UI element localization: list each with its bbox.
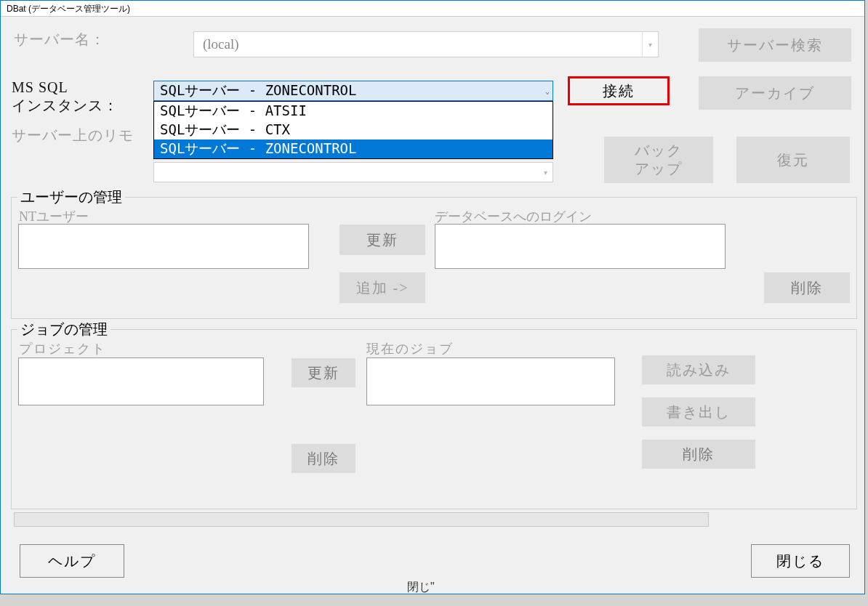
- job-delete-button[interactable]: 削除: [292, 444, 355, 473]
- instance-combo[interactable]: SQLサーバー - ZONECONTROL ⌄: [153, 81, 553, 101]
- app-window: DBat (データベース管理ツール) サーバー名： (local) ▾ サーバー…: [0, 0, 865, 594]
- user-update-button[interactable]: 更新: [339, 225, 425, 255]
- window-title: DBat (データベース管理ツール): [1, 1, 864, 17]
- connect-button[interactable]: 接続: [568, 76, 670, 105]
- remote-label: サーバー上のリモ: [12, 126, 134, 145]
- instance-dropdown-list[interactable]: SQLサーバー - ATSII SQLサーバー - CTX SQLサーバー - …: [153, 101, 553, 159]
- mssql-instance-label: MS SQL インスタンス：: [12, 78, 118, 115]
- server-name-combo[interactable]: (local) ▾: [193, 31, 659, 57]
- current-job-label: 現在のジョブ: [366, 340, 454, 357]
- archive-button[interactable]: アーカイブ: [699, 76, 851, 110]
- chevron-down-icon: ⌄: [545, 81, 550, 100]
- project-listbox[interactable]: [18, 357, 264, 405]
- instance-combo-value: SQLサーバー - ZONECONTROL: [160, 81, 356, 100]
- progress-bar: [14, 512, 709, 527]
- close-button[interactable]: 閉じる: [751, 544, 850, 578]
- user-delete-button[interactable]: 削除: [764, 272, 850, 303]
- instance-option[interactable]: SQLサーバー - ATSII: [154, 102, 552, 121]
- backup-button[interactable]: バックアップ: [604, 137, 713, 183]
- user-add-button[interactable]: 追加 ->: [339, 272, 425, 303]
- nt-user-listbox[interactable]: [18, 224, 309, 269]
- chevron-down-icon: ▾: [642, 32, 658, 57]
- nt-user-label: NTユーザー: [19, 208, 89, 225]
- db-login-listbox[interactable]: [435, 224, 726, 269]
- job-delete-button-2[interactable]: 削除: [642, 440, 755, 469]
- server-name-label: サーバー名：: [14, 30, 105, 49]
- server-search-button[interactable]: サーバー検索: [699, 28, 851, 62]
- instance-option[interactable]: SQLサーバー - ZONECONTROL: [154, 140, 552, 158]
- remote-combo[interactable]: ▾: [153, 162, 553, 182]
- job-export-button[interactable]: 書き出し: [642, 397, 755, 427]
- job-load-button[interactable]: 読み込み: [642, 355, 755, 384]
- restore-button[interactable]: 復元: [736, 137, 850, 183]
- instance-option[interactable]: SQLサーバー - CTX: [154, 121, 552, 140]
- bottom-fragment-text: 閉じ": [407, 580, 435, 595]
- project-label: プロジェクト: [19, 340, 106, 357]
- user-management-title: ユーザーの管理: [17, 187, 125, 207]
- content-area: サーバー名： (local) ▾ サーバー検索 MS SQL インスタンス： S…: [1, 17, 864, 594]
- chevron-down-icon: ▾: [538, 163, 552, 182]
- server-name-value: (local): [203, 36, 239, 52]
- current-job-listbox[interactable]: [366, 357, 615, 405]
- job-management-title: ジョブの管理: [17, 320, 110, 339]
- job-update-button[interactable]: 更新: [292, 358, 355, 387]
- help-button[interactable]: ヘルプ: [20, 544, 124, 578]
- db-login-label: データベースへのログイン: [435, 208, 592, 225]
- user-management-group: ユーザーの管理 NTユーザー データベースへのログイン: [11, 197, 857, 319]
